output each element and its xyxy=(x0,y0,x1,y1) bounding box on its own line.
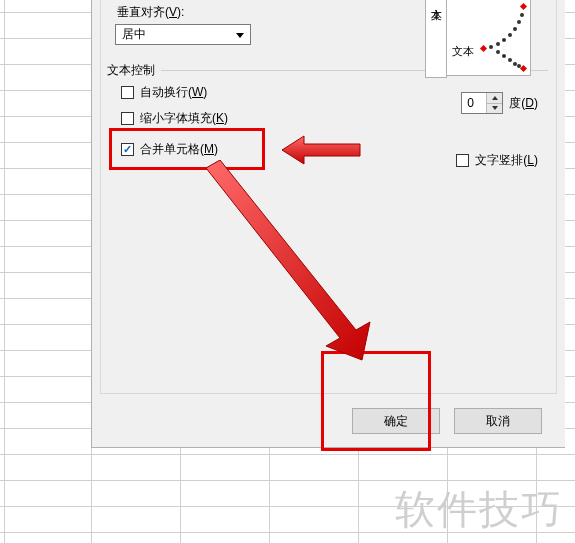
degree-value: 0 xyxy=(467,96,474,110)
text-control-legend: 文本控制 xyxy=(107,62,155,79)
wrap-text-label: 自动换行(W) xyxy=(140,84,207,101)
degree-row: 0 度(D) xyxy=(461,92,538,114)
vertical-align-label: 垂直对齐(V): xyxy=(117,4,184,21)
alignment-tab-panel: 垂直对齐(V): 居中 文本控制 自动换行(W) 缩小字体填充(K) 合并单元格… xyxy=(100,0,557,394)
shrink-to-fit-checkbox-row[interactable]: 缩小字体填充(K) xyxy=(121,110,228,127)
vertical-text-checkbox-row[interactable]: 文字竖排(L) xyxy=(456,152,538,169)
vertical-text-label: 文字竖排(L) xyxy=(475,152,538,169)
vertical-align-value: 居中 xyxy=(122,26,146,43)
vertical-text-button[interactable]: 文本 xyxy=(425,0,447,78)
degree-spinner[interactable]: 0 xyxy=(461,92,503,114)
format-cells-dialog: 垂直对齐(V): 居中 文本控制 自动换行(W) 缩小字体填充(K) 合并单元格… xyxy=(91,0,565,448)
merge-cells-label: 合并单元格(M) xyxy=(140,141,218,158)
cancel-button[interactable]: 取消 xyxy=(454,408,542,434)
degree-label: 度(D) xyxy=(509,95,538,112)
spinner-up-icon[interactable] xyxy=(486,93,502,104)
checkbox-icon xyxy=(121,112,134,125)
checkbox-icon xyxy=(456,154,469,167)
checkbox-icon xyxy=(121,86,134,99)
chevron-down-icon xyxy=(232,27,248,43)
ok-button[interactable]: 确定 xyxy=(352,408,440,434)
vertical-align-combo[interactable]: 居中 xyxy=(115,24,251,45)
orientation-preview: 文本 文本 xyxy=(425,0,538,78)
orientation-arc[interactable]: 文本 xyxy=(447,0,531,76)
spinner-buttons xyxy=(486,93,502,113)
merge-cells-checkbox-row[interactable]: 合并单元格(M) xyxy=(121,141,218,158)
shrink-to-fit-label: 缩小字体填充(K) xyxy=(140,110,228,127)
spinner-down-icon[interactable] xyxy=(486,104,502,114)
wrap-text-checkbox-row[interactable]: 自动换行(W) xyxy=(121,84,207,101)
checkbox-checked-icon xyxy=(121,143,134,156)
